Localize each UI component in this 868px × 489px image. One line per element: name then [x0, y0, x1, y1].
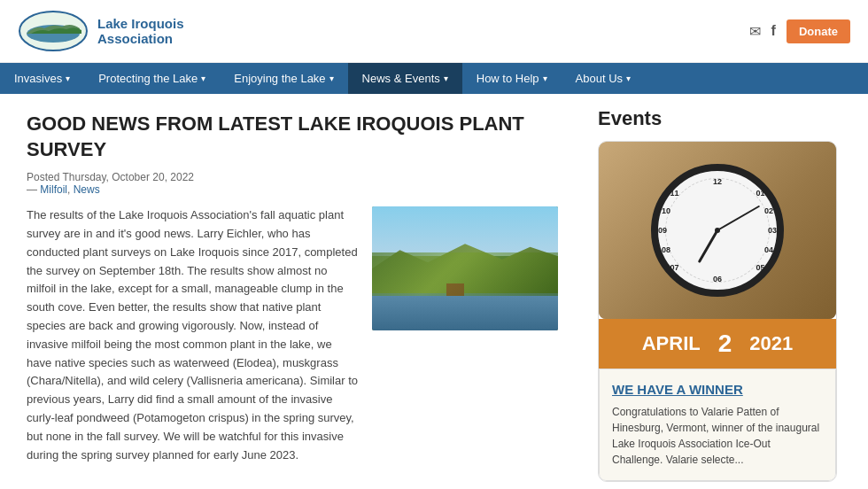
- nav-enjoying[interactable]: Enjoying the Lake ▾: [220, 63, 347, 94]
- nav-news-events[interactable]: News & Events ▾: [348, 63, 462, 94]
- event-year: 2021: [749, 332, 793, 355]
- chevron-down-icon: ▾: [626, 74, 631, 83]
- chevron-down-icon: ▾: [66, 74, 70, 83]
- main-nav: Invasives ▾ Protecting the Lake ▾ Enjoyi…: [0, 63, 868, 94]
- main-content: GOOD NEWS FROM LATEST LAKE IROQUOIS PLAN…: [0, 94, 585, 489]
- event-day: 2: [718, 330, 732, 358]
- chevron-down-icon: ▾: [329, 74, 334, 83]
- chevron-down-icon: ▾: [201, 74, 205, 83]
- category-milfoil-link[interactable]: Milfoil: [40, 183, 67, 196]
- chevron-down-icon: ▾: [543, 74, 547, 83]
- article-body: The results of the Lake Iroquois Associa…: [27, 206, 558, 473]
- nav-about[interactable]: About Us ▾: [562, 63, 645, 94]
- header-icons: ✉ f Donate: [749, 19, 850, 43]
- article-title: GOOD NEWS FROM LATEST LAKE IROQUOIS PLAN…: [27, 112, 558, 162]
- article-meta: Posted Thursday, October 20, 2022 — Milf…: [27, 171, 558, 196]
- donate-button[interactable]: Donate: [787, 19, 850, 43]
- logo-image: [18, 9, 89, 53]
- facebook-icon[interactable]: f: [771, 23, 776, 39]
- category-news-link[interactable]: News: [74, 183, 100, 196]
- article-text-first: The results of the Lake Iroquois Associa…: [27, 206, 359, 473]
- logo-text: Lake Iroquois Association: [97, 16, 184, 46]
- nav-protecting[interactable]: Protecting the Lake ▾: [84, 63, 220, 94]
- article-image: [372, 206, 558, 330]
- email-icon[interactable]: ✉: [749, 23, 761, 40]
- sidebar: Events 12 01 02 03 04 05 06 07: [585, 94, 850, 489]
- nav-invasives[interactable]: Invasives ▾: [0, 63, 84, 94]
- event-card-text: Congratulations to Valarie Patten of Hin…: [612, 404, 823, 468]
- event-month: APRIL: [642, 332, 701, 355]
- chevron-down-icon: ▾: [444, 74, 448, 83]
- events-heading: Events: [598, 107, 837, 130]
- event-card: WE HAVE A WINNER Congratulations to Vala…: [599, 369, 836, 481]
- nav-how-to-help[interactable]: How to Help ▾: [462, 63, 562, 94]
- event-card-title[interactable]: WE HAVE A WINNER: [612, 382, 823, 397]
- event-date-bar: APRIL 2 2021: [599, 319, 836, 369]
- page-layout: GOOD NEWS FROM LATEST LAKE IROQUOIS PLAN…: [0, 94, 868, 489]
- site-header: Lake Iroquois Association ✉ f Donate: [0, 0, 868, 63]
- clock-image: 12 01 02 03 04 05 06 07 08 09 10 11: [599, 142, 836, 319]
- logo-area: Lake Iroquois Association: [18, 9, 749, 53]
- event-card-wrapper: 12 01 02 03 04 05 06 07 08 09 10 11: [598, 141, 837, 482]
